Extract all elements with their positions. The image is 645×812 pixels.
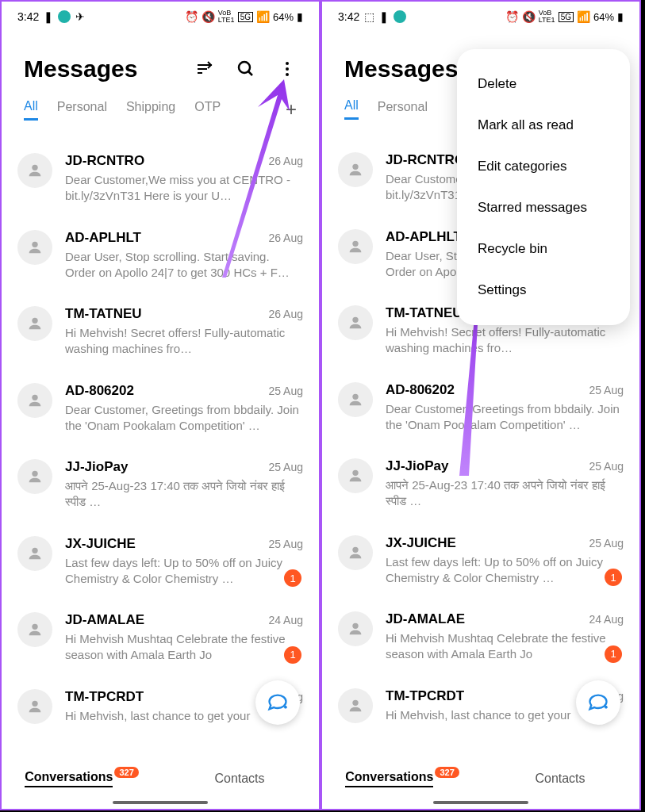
message-sender: JD-RCNTRO <box>386 152 465 168</box>
message-date: 25 Aug <box>268 461 303 473</box>
conversations-badge: 327 <box>114 767 138 778</box>
location-icon: ❚ <box>379 10 389 23</box>
network-indicator: 5G <box>559 12 574 22</box>
nav-handle <box>113 801 208 804</box>
message-date: 26 Aug <box>268 155 303 167</box>
message-list: JD-RCNTRO 26 Aug Dear Customer,We miss y… <box>2 134 319 743</box>
tab-shipping[interactable]: Shipping <box>126 100 175 119</box>
tab-all[interactable]: All <box>344 98 359 120</box>
add-category-icon[interactable]: + <box>286 98 297 121</box>
status-bar: 3:42 ❚ ✈ ⏰ 🔇 VoBLTE1 5G 📶 64% ▮ <box>2 2 319 32</box>
svg-point-9 <box>32 241 37 247</box>
menu-starred[interactable]: Starred messages <box>457 187 630 228</box>
filter-icon[interactable] <box>195 59 214 79</box>
app-header: Messages <box>2 32 319 98</box>
battery-icon: ▮ <box>617 10 624 23</box>
alarm-icon: ⏰ <box>185 10 198 23</box>
conversations-badge: 327 <box>435 767 459 778</box>
message-item[interactable]: TM-TATNEU 26 Aug Hi Mehvish! Secret offe… <box>2 293 319 370</box>
svg-point-19 <box>352 393 358 399</box>
message-date: 25 Aug <box>589 460 624 473</box>
message-preview: आपने 25-Aug-23 17:40 तक अपने जियो नंबर ह… <box>65 478 303 511</box>
phone-right: 3:42 ⬚ ❚ ⏰ 🔇 VoBLTE1 5G 📶 64% ▮ Messages… <box>321 0 641 810</box>
mute-icon: 🔇 <box>202 10 215 23</box>
nav-conversations[interactable]: Conversations 327 <box>2 749 160 809</box>
message-item[interactable]: AD-806202 25 Aug Dear Customer, Greeting… <box>322 370 639 446</box>
nav-contacts[interactable]: Contacts <box>481 749 639 809</box>
message-sender: TM-TATNEU <box>386 305 463 321</box>
message-preview: Hi Mehvish! Secret offers! Fully-automat… <box>65 325 303 358</box>
unread-badge: 1 <box>605 569 622 586</box>
tab-all[interactable]: All <box>24 99 38 121</box>
menu-recycle-bin[interactable]: Recycle bin <box>457 228 630 270</box>
message-sender: AD-806202 <box>386 382 455 398</box>
svg-point-12 <box>32 471 37 477</box>
message-item[interactable]: JX-JUICHE 25 Aug Last few days left: Up … <box>2 523 319 600</box>
message-preview: Dear User, Stop scrolling. Start saving.… <box>65 249 303 282</box>
avatar <box>17 536 52 571</box>
svg-point-14 <box>32 624 37 630</box>
search-icon[interactable] <box>236 59 255 79</box>
message-sender: AD-806202 <box>65 383 134 399</box>
svg-point-3 <box>239 62 250 73</box>
more-icon[interactable] <box>278 59 297 79</box>
avatar <box>338 382 373 417</box>
avatar <box>17 612 52 647</box>
alarm-icon: ⏰ <box>505 10 519 23</box>
svg-point-20 <box>352 470 358 476</box>
svg-point-15 <box>32 700 37 706</box>
tab-otp[interactable]: OTP <box>194 100 221 119</box>
avatar <box>17 306 52 341</box>
overflow-menu: Delete Mark all as read Edit categories … <box>457 49 630 325</box>
network-indicator: 5G <box>238 12 253 22</box>
avatar <box>338 152 373 187</box>
avatar <box>338 611 373 646</box>
avatar <box>17 383 52 418</box>
avatar <box>17 459 52 494</box>
menu-mark-read[interactable]: Mark all as read <box>457 105 630 146</box>
message-item[interactable]: JD-AMALAE 24 Aug Hi Mehvish Mushtaq Cele… <box>2 599 319 676</box>
svg-point-23 <box>352 699 358 705</box>
nav-handle <box>433 801 528 804</box>
page-title: Messages <box>344 56 458 82</box>
tab-personal[interactable]: Personal <box>378 100 428 119</box>
compose-button[interactable] <box>255 680 300 725</box>
svg-point-17 <box>352 240 358 246</box>
message-item[interactable]: JD-RCNTRO 26 Aug Dear Customer,We miss y… <box>2 140 319 217</box>
message-sender: JX-JUICHE <box>386 535 456 551</box>
avatar <box>17 689 52 724</box>
nav-contacts[interactable]: Contacts <box>160 749 319 809</box>
message-preview: आपने 25-Aug-23 17:40 तक अपने जियो नंबर ह… <box>386 477 624 510</box>
tab-personal[interactable]: Personal <box>57 100 107 119</box>
signal-icon: 📶 <box>256 10 270 23</box>
message-sender: JJ-JioPay <box>65 459 128 475</box>
battery-percent: 64% <box>273 11 294 23</box>
lte-indicator: VoBLTE1 <box>218 10 235 24</box>
message-preview: Hi Mehvish Mushtaq Celebrate the festive… <box>386 630 624 663</box>
message-date: 24 Aug <box>589 613 624 626</box>
nav-conversations[interactable]: Conversations 327 <box>322 749 481 809</box>
message-item[interactable]: AD-APLHLT 26 Aug Dear User, Stop scrolli… <box>2 217 319 294</box>
message-item[interactable]: JD-AMALAE 24 Aug Hi Mehvish Mushtaq Cele… <box>322 599 639 676</box>
message-item[interactable]: JJ-JioPay 25 Aug आपने 25-Aug-23 17:40 तक… <box>322 446 639 523</box>
phone-left: 3:42 ❚ ✈ ⏰ 🔇 VoBLTE1 5G 📶 64% ▮ Messages <box>0 0 321 810</box>
message-item[interactable]: JX-JUICHE 25 Aug Last few days left: Up … <box>322 523 639 599</box>
message-preview: Dear Customer,We miss you at CENTRO - bi… <box>65 172 303 205</box>
menu-edit-categories[interactable]: Edit categories <box>457 146 630 187</box>
location-icon: ❚ <box>44 10 53 23</box>
compose-button[interactable] <box>576 680 620 725</box>
battery-percent: 64% <box>593 11 614 23</box>
svg-point-6 <box>286 67 289 71</box>
message-item[interactable]: AD-806202 25 Aug Dear Customer, Greeting… <box>2 370 319 447</box>
message-date: 26 Aug <box>268 308 303 320</box>
svg-line-4 <box>248 71 252 75</box>
status-time: 3:42 <box>338 10 359 23</box>
avatar <box>338 688 373 723</box>
svg-point-21 <box>352 546 358 552</box>
message-item[interactable]: JJ-JioPay 25 Aug आपने 25-Aug-23 17:40 तक… <box>2 446 319 523</box>
message-sender: TM-TPCRDT <box>65 689 144 705</box>
menu-delete[interactable]: Delete <box>457 63 630 105</box>
unread-badge: 1 <box>284 569 301 587</box>
menu-settings[interactable]: Settings <box>457 270 630 311</box>
svg-point-16 <box>352 164 358 170</box>
